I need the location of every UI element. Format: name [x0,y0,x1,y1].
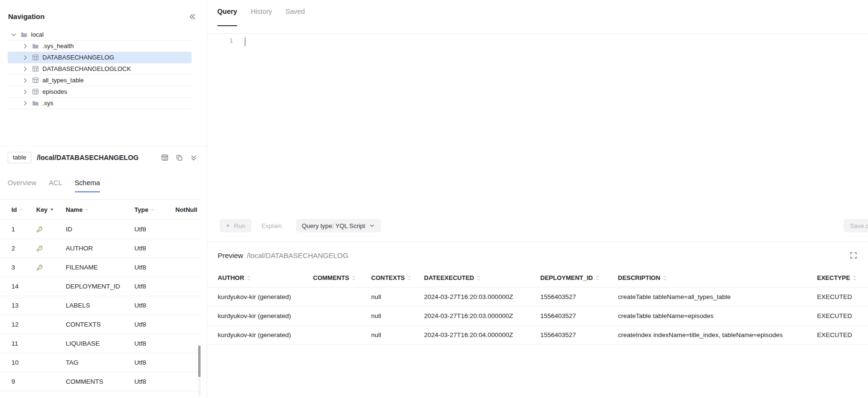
tab-schema[interactable]: Schema [75,179,100,192]
query-editor[interactable]: 1 [207,33,868,219]
table-icon [32,65,39,72]
cell-author: kurdyukov-kir (generated) [218,331,313,338]
folder-icon [32,100,39,107]
chevron-right-icon[interactable] [22,43,29,50]
cell-type: Utf8 [134,321,175,328]
query-actions: Run Explain Query type: YQL Script Save … [207,219,868,232]
column-header-comments[interactable]: COMMENTS [313,274,371,281]
key-icon [36,264,43,271]
column-header-deployment-id[interactable]: DEPLOYMENT_ID [540,274,618,281]
schema-row: 13 LABELS Utf8 [0,296,200,315]
tree-item-sys-health[interactable]: .sys_health [8,40,192,52]
chevron-right-icon[interactable] [22,66,29,72]
query-panel: Query History Saved 1 Run Explain Query … [207,0,868,398]
tree-item-label: local [31,31,44,38]
collapse-panel-icon[interactable] [189,13,196,20]
schema-row: 10 TAG Utf8 [0,353,200,372]
tree-item-local[interactable]: local [8,29,192,40]
cell-id: 13 [11,302,36,309]
cell-name: LABELS [66,302,134,309]
chevron-right-icon[interactable] [22,77,29,84]
navigation-panel: Navigation local [0,0,207,398]
column-label: CONTEXTS [371,274,405,281]
table-icon [32,88,39,95]
fullscreen-icon[interactable] [849,251,858,259]
column-header-key[interactable]: Key [36,206,66,213]
cell-id: 2 [11,245,36,252]
schema-tree: local .sys_health DATABASECHANGELOG [8,29,192,109]
preview-row: kurdyukov-kir (generated) null 2024-03-2… [207,326,868,345]
column-header-notnull[interactable]: NotNull [175,206,200,213]
table-icon [32,77,39,84]
cell-name: FILENAME [66,264,134,271]
column-header-exectype[interactable]: EXECTYPE [817,274,868,281]
open-preview-icon[interactable] [161,154,169,161]
tree-item-episodes[interactable]: episodes [8,86,192,98]
column-header-type[interactable]: Type [134,206,175,213]
tab-overview[interactable]: Overview [8,179,36,192]
tab-acl[interactable]: ACL [49,179,62,192]
run-button[interactable]: Run [220,219,252,232]
cell-id: 1 [11,226,36,233]
column-header-contexts[interactable]: CONTEXTS [371,274,424,281]
cell-deployment-id: 1556403527 [540,331,618,338]
chevron-right-icon[interactable] [22,89,29,95]
column-label: Key [36,206,48,213]
tree-item-databasechangeloglock[interactable]: DATABASECHANGELOGLOCK [8,63,192,75]
cell-name: COMMENTS [66,378,134,385]
column-header-author[interactable]: AUTHOR [218,274,313,281]
tree-item-label: episodes [42,88,67,95]
preview-title: Preview [218,251,243,259]
schema-scrollbar-thumb[interactable] [198,346,201,377]
cell-type: Utf8 [134,264,175,271]
editor-line-number: 1 [207,37,233,44]
play-icon [226,223,231,228]
tree-item-all-types-table[interactable]: all_types_table [8,75,192,86]
column-label: Type [134,206,148,213]
sort-icon [663,275,667,281]
chevron-right-icon[interactable] [22,100,29,107]
tab-history[interactable]: History [251,8,272,26]
tree-item-databasechangelog[interactable]: DATABASECHANGELOG [8,52,192,63]
schema-row: 2 AUTHOR Utf8 [0,239,200,258]
column-label: AUTHOR [218,274,244,281]
column-label: EXECTYPE [817,274,850,281]
cell-author: kurdyukov-kir (generated) [218,312,313,319]
cell-author: kurdyukov-kir (generated) [218,293,313,300]
preview-table-header: AUTHOR COMMENTS CONTEXTS DATEEXECUTED DE… [207,269,868,288]
tree-item-sys[interactable]: .sys [8,98,192,109]
run-label: Run [234,222,245,229]
cell-contexts: null [371,293,424,300]
column-header-name[interactable]: Name [66,206,134,213]
copy-path-icon[interactable] [176,154,183,161]
cell-name: LIQUIBASE [66,340,134,347]
explain-button[interactable]: Explain [255,219,288,232]
cell-deployment-id: 1556403527 [540,312,618,319]
preview-section: Preview /local/DATABASECHANGELOG AUTHOR … [207,241,868,398]
cell-key [36,264,66,271]
cell-exectype: EXECUTED [817,331,868,338]
save-query-button[interactable]: Save query [844,219,868,232]
tab-saved[interactable]: Saved [285,8,305,26]
cell-dateexecuted: 2024-03-27T16:20:03.000000Z [424,293,540,300]
query-type-select[interactable]: Query type: YQL Script [296,219,382,232]
column-header-id[interactable]: Id [11,206,36,213]
navigation-title: Navigation [8,12,45,20]
schema-row: 3 FILENAME Utf8 [0,258,200,277]
schema-table-header: Id Key Name Type [0,199,200,220]
cell-deployment-id: 1556403527 [540,293,618,300]
object-summary-header: table /local/DATABASECHANGELOG [0,147,207,169]
column-header-dateexecuted[interactable]: DATEEXECUTED [424,274,540,281]
table-icon [32,54,39,61]
tab-query[interactable]: Query [217,8,237,26]
column-header-description[interactable]: DESCRIPTION [618,274,817,281]
chevron-right-icon[interactable] [22,54,29,61]
editor-caret [245,38,245,46]
tree-item-label: .sys [42,100,53,107]
collapse-summary-icon[interactable] [190,154,197,161]
object-summary-panel: table /local/DATABASECHANGELOG Overview [0,146,207,398]
query-type-label: Query type: YQL Script [302,222,365,229]
cell-contexts: null [371,312,424,319]
sort-icon [150,208,154,212]
chevron-down-icon[interactable] [10,31,17,38]
